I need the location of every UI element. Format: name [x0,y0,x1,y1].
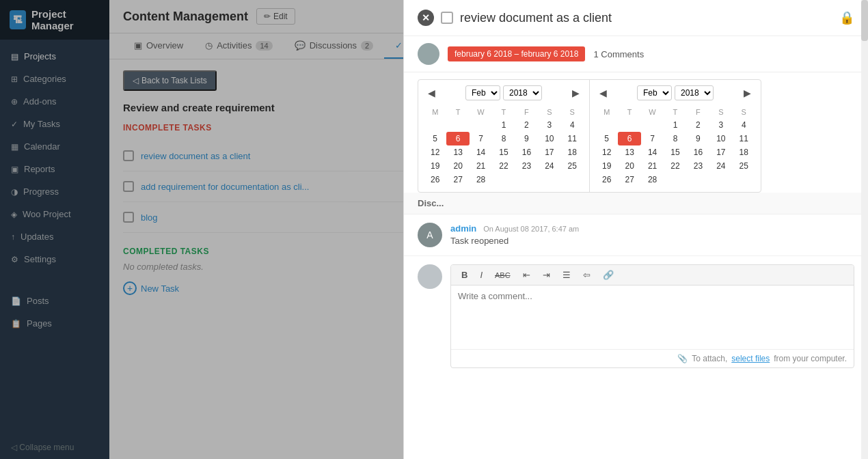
cal-day-cell[interactable]: 21 [470,159,492,173]
cal-right-year-select[interactable]: 2018 [675,85,714,100]
select-files-link[interactable]: select files [731,354,770,363]
close-button[interactable]: ✕ [418,10,434,26]
discussions-label-text: Disc... [418,198,444,208]
cal-day-header: S [561,106,584,118]
cal-day-cell[interactable]: 13 [618,145,640,159]
cal-day-cell[interactable]: 22 [492,159,515,173]
comment-textarea[interactable] [451,286,854,347]
cal-day-cell[interactable]: 10 [538,132,560,145]
cal-day-cell[interactable]: 22 [664,159,686,173]
align-left-button[interactable]: ⇤ [518,268,535,282]
cal-day-cell[interactable]: 2 [687,118,709,132]
cal-day-cell[interactable]: 19 [595,159,618,173]
cal-day-header: F [687,106,709,118]
cal-day-cell[interactable]: 15 [492,145,515,159]
italic-button[interactable]: I [475,268,487,282]
cal-day-cell[interactable]: 27 [446,173,469,186]
align-justify-button[interactable]: ☰ [558,268,575,282]
cal-day-cell[interactable]: 20 [446,159,469,173]
cal-day-cell[interactable]: 7 [470,132,492,145]
cal-day-cell[interactable]: 25 [561,159,584,173]
cal-day-cell[interactable]: 9 [515,132,538,145]
cal-day-cell[interactable]: 18 [733,145,755,159]
cal-day-cell[interactable]: 11 [733,132,755,145]
cal-day-cell[interactable]: 18 [561,145,584,159]
comment-author: admin [450,223,476,234]
attach-icon: 📎 [677,354,688,363]
task-panel-title: review document as a client [460,11,832,25]
cal-day-cell[interactable]: 19 [424,159,446,173]
cal-day-cell[interactable]: 24 [709,159,732,173]
task-panel-header: ✕ review document as a client 🔒 [404,0,868,36]
cal-day-cell[interactable]: 23 [515,159,538,173]
cal-day-cell[interactable]: 14 [470,145,492,159]
cal-day-cell[interactable]: 28 [641,173,664,186]
calendar-picker: ◀ Feb 2018 ▶ M T [418,79,761,193]
comment-time: On August 08 2017, 6:47 am [483,225,579,233]
cal-day-cell[interactable]: 12 [595,145,618,159]
cal-left-year-select[interactable]: 2018 [503,85,542,100]
lock-icon[interactable]: 🔒 [839,10,854,25]
cal-left-month-select[interactable]: Feb [465,85,500,100]
link-button[interactable]: 🔗 [598,268,619,282]
cal-day-cell[interactable]: 23 [687,159,709,173]
cal-day-cell[interactable]: 5 [595,132,618,145]
cal-day-cell [561,173,584,186]
cal-day-cell[interactable]: 26 [424,173,446,186]
cal-day-cell[interactable]: 21 [641,159,664,173]
cal-day-cell[interactable]: 4 [733,118,755,132]
cal-day-cell[interactable]: 24 [538,159,560,173]
cal-day-cell[interactable]: 3 [538,118,560,132]
cal-right-next-button[interactable]: ▶ [740,86,755,100]
cal-day-cell[interactable]: 1 [664,118,686,132]
cal-day-cell[interactable]: 26 [595,173,618,186]
cal-day-cell[interactable]: 7 [641,132,664,145]
cal-left-prev-button[interactable]: ◀ [424,86,439,100]
strikethrough-button[interactable]: ABC [490,269,515,281]
cal-day-cell[interactable]: 11 [561,132,584,145]
cal-right-month-year: Feb 2018 [637,85,714,100]
cal-right-prev-button[interactable]: ◀ [595,86,611,100]
cal-day-header: S [733,106,755,118]
cal-day-cell[interactable]: 2 [515,118,538,132]
cal-day-header: W [641,106,664,118]
align-right-button[interactable]: ⇦ [578,268,595,282]
cal-day-cell[interactable]: 14 [641,145,664,159]
cal-day-cell[interactable]: 1 [492,118,515,132]
cal-day-cell[interactable]: 12 [424,145,446,159]
cal-day-cell[interactable]: 8 [664,132,686,145]
cal-day-cell[interactable]: 17 [538,145,560,159]
cal-day-cell[interactable]: 6 [446,132,469,145]
cal-right-month-select[interactable]: Feb [637,85,672,100]
cal-day-cell[interactable]: 3 [709,118,732,132]
bold-button[interactable]: B [457,268,472,282]
cal-day-cell[interactable]: 28 [470,173,492,186]
scrollbar-track[interactable] [861,0,868,459]
cal-left-next-button[interactable]: ▶ [568,86,584,100]
align-center-button[interactable]: ⇥ [538,268,555,282]
cal-day-cell[interactable]: 17 [709,145,732,159]
task-comments-count[interactable]: 1 Comments [593,49,644,59]
cal-right-grid: M T W T F S S 12345678910111213141516171… [595,106,755,186]
cal-day-cell[interactable]: 13 [446,145,469,159]
comment-form: B I ABC ⇤ ⇥ ☰ ⇦ 🔗 📎 To attach, select fi… [404,256,868,376]
attach-suffix: from your computer. [774,354,847,363]
cal-day-cell[interactable]: 10 [709,132,732,145]
cal-day-cell[interactable]: 15 [664,145,686,159]
cal-day-cell[interactable]: 20 [618,159,640,173]
cal-day-cell[interactable]: 27 [618,173,640,186]
cal-day-cell[interactable]: 6 [618,132,640,145]
cal-day-cell[interactable]: 4 [561,118,584,132]
scrollbar-thumb[interactable] [861,0,868,41]
task-panel-checkbox[interactable] [441,12,453,24]
calendar-left: ◀ Feb 2018 ▶ M T [418,80,589,192]
cal-day-cell[interactable]: 16 [515,145,538,159]
cal-left-grid: M T W T F S S 12345678910111213141516171… [424,106,584,186]
task-panel-meta: february 6 2018 – february 6 2018 1 Comm… [404,36,868,72]
cal-day-cell[interactable]: 16 [687,145,709,159]
cal-day-cell[interactable]: 8 [492,132,515,145]
cal-day-cell[interactable]: 5 [424,132,446,145]
cal-day-cell[interactable]: 9 [687,132,709,145]
cal-right-header: ◀ Feb 2018 ▶ [595,85,755,100]
cal-day-cell[interactable]: 25 [733,159,755,173]
